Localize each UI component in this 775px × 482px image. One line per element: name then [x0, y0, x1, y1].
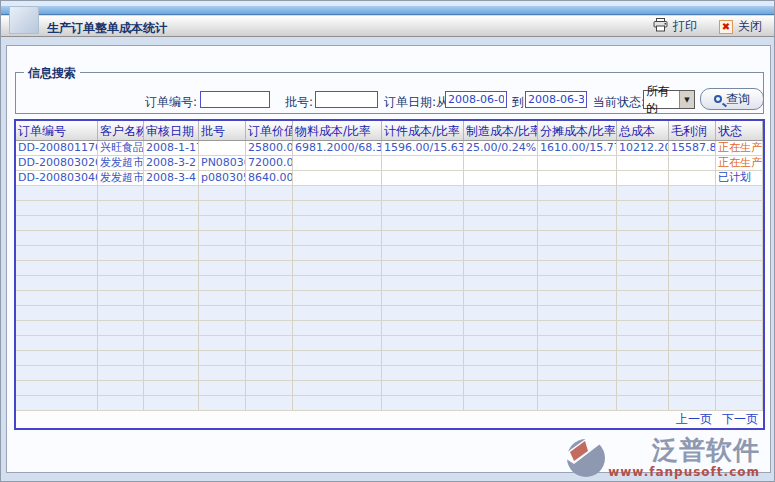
table-cell [16, 366, 98, 380]
table-cell [246, 246, 293, 260]
table-cell [98, 261, 144, 275]
table-cell [144, 216, 199, 230]
empty-row [16, 321, 763, 336]
watermark-brand: 泛普软件 [652, 436, 760, 465]
table-cell [246, 276, 293, 290]
table-header-row: 订单编号客户名称审核日期批号订单价值物料成本/比率计件成本/比率制造成本/比率分… [16, 121, 763, 141]
table-cell [382, 336, 464, 350]
table-cell [246, 201, 293, 215]
table-cell [144, 366, 199, 380]
table-cell [538, 186, 617, 200]
table-cell [382, 366, 464, 380]
table-cell [464, 186, 538, 200]
app-window: 生产订单整单成本统计 打印 ✖ 关闭 信息搜索 订单编号: 批号: [0, 0, 775, 482]
empty-row [16, 366, 763, 381]
table-cell [617, 231, 669, 245]
date-from-input[interactable] [445, 91, 507, 108]
empty-row [16, 231, 763, 246]
window-icon [9, 6, 39, 34]
table-cell [669, 231, 716, 245]
table-cell [98, 276, 144, 290]
table-cell [382, 276, 464, 290]
table-row[interactable]: DD-20080302001发发超市2008-3-2PN08030272000.… [16, 156, 763, 171]
column-header: 订单价值 [246, 121, 293, 140]
table-cell [98, 231, 144, 245]
table-cell [669, 306, 716, 320]
table-cell [464, 381, 538, 395]
table-cell: 2008-3-2 [144, 156, 199, 170]
empty-row [16, 291, 763, 306]
table-cell [669, 381, 716, 395]
table-cell [293, 396, 382, 410]
table-cell: DD-20080304001 [16, 171, 98, 185]
date-to-input[interactable] [525, 91, 587, 108]
table-cell [144, 396, 199, 410]
print-button[interactable]: 打印 [653, 18, 697, 35]
table-cell [293, 261, 382, 275]
table-cell [246, 321, 293, 335]
order-no-input[interactable] [200, 91, 270, 108]
prev-page-link[interactable]: 上一页 [676, 411, 712, 428]
table-cell [246, 336, 293, 350]
table-cell [98, 396, 144, 410]
table-cell [669, 351, 716, 365]
table-cell [617, 216, 669, 230]
table-row[interactable]: DD-20080304001发发超市2008-3-4p0803058640.00… [16, 171, 763, 186]
table-cell [669, 366, 716, 380]
order-no-label: 订单编号: [145, 94, 197, 111]
table-cell [98, 351, 144, 365]
batch-input[interactable] [315, 91, 378, 108]
table-row[interactable]: DD-20080117001兴旺食品2008-1-1725800.006981.… [16, 141, 763, 156]
table-cell [617, 381, 669, 395]
next-page-link[interactable]: 下一页 [722, 411, 758, 428]
status-label: 当前状态: [593, 94, 645, 111]
table-cell [617, 396, 669, 410]
vendor-watermark: 泛普软件 www.fanpusoft.com [566, 436, 760, 482]
table-cell: 25.00/0.24% [464, 141, 538, 155]
table-cell [199, 186, 246, 200]
table-cell [538, 231, 617, 245]
table-cell [538, 306, 617, 320]
table-cell [98, 201, 144, 215]
table-cell: 1610.00/15.77% [538, 141, 617, 155]
table-cell [98, 381, 144, 395]
table-cell [669, 216, 716, 230]
column-header: 毛利润 [669, 121, 716, 140]
table-cell [293, 246, 382, 260]
close-button[interactable]: ✖ 关闭 [719, 18, 762, 35]
table-cell: 发发超市 [98, 156, 144, 170]
query-label: 查询 [726, 91, 750, 108]
table-cell [464, 366, 538, 380]
status-dropdown[interactable]: 所有的 ▼ [643, 90, 695, 109]
table-cell [144, 336, 199, 350]
table-cell [199, 261, 246, 275]
table-cell [464, 156, 538, 170]
table-cell [716, 396, 763, 410]
table-cell [293, 381, 382, 395]
table-cell [716, 186, 763, 200]
table-cell [382, 246, 464, 260]
table-cell [293, 366, 382, 380]
table-cell [538, 156, 617, 170]
table-cell [538, 336, 617, 350]
table-cell [199, 351, 246, 365]
table-cell [716, 261, 763, 275]
toolbar: 打印 ✖ 关闭 [653, 18, 762, 35]
table-cell [199, 246, 246, 260]
pagination: 上一页 下一页 [16, 411, 763, 428]
table-cell [669, 276, 716, 290]
query-button[interactable]: 查询 [700, 88, 764, 110]
table-cell [16, 321, 98, 335]
page-title: 生产订单整单成本统计 [47, 20, 167, 37]
table-cell [669, 321, 716, 335]
table-cell [144, 261, 199, 275]
table-cell [144, 351, 199, 365]
table-cell [199, 366, 246, 380]
table-cell [382, 261, 464, 275]
table-cell [538, 381, 617, 395]
table-cell [716, 366, 763, 380]
table-cell [144, 201, 199, 215]
table-cell [716, 216, 763, 230]
table-cell [669, 291, 716, 305]
table-cell [669, 171, 716, 185]
